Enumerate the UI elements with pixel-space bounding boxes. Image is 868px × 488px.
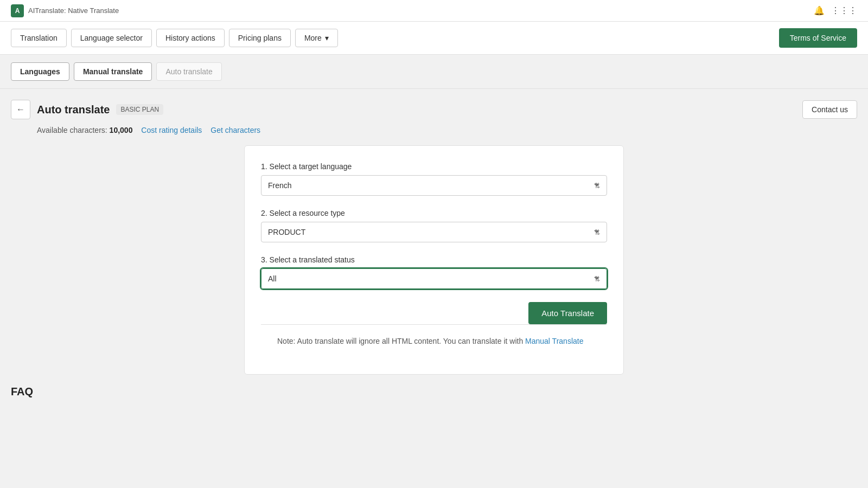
form-group-resource-type: 2. Select a resource type PRODUCT COLLEC… (261, 209, 607, 242)
contact-us-button[interactable]: Contact us (802, 100, 857, 119)
form-group-translated-status: 3. Select a translated status All Transl… (261, 255, 607, 289)
plan-badge: BASIC PLAN (116, 104, 163, 115)
bell-icon[interactable]: 🔔 (814, 5, 825, 16)
chars-info: Available characters: 10,000 Cost rating… (37, 126, 857, 134)
faq-heading: FAQ (11, 386, 857, 398)
subtab-languages[interactable]: Languages (11, 62, 69, 81)
get-characters-link[interactable]: Get characters (210, 126, 260, 134)
section-title: Auto translate (37, 104, 110, 116)
app-icon: A (11, 4, 24, 17)
nav-tabs: Translation Language selector History ac… (11, 29, 338, 47)
section-header: ← Auto translate BASIC PLAN Contact us (11, 100, 857, 119)
cost-rating-link[interactable]: Cost rating details (141, 126, 202, 134)
subtab-manual-translate[interactable]: Manual translate (74, 62, 152, 81)
target-language-select-wrapper: French German Spanish Italian Japanese C… (261, 175, 607, 196)
sub-nav: Languages Manual translate Auto translat… (0, 55, 868, 89)
subtab-auto-translate[interactable]: Auto translate (156, 62, 221, 81)
manual-translate-link[interactable]: Manual Translate (525, 337, 583, 345)
translated-status-label: 3. Select a translated status (261, 255, 607, 264)
form-actions: Auto Translate (261, 302, 607, 324)
top-bar-left: A AITranslate: Native Translate (11, 4, 119, 17)
note-static-text: Note: Auto translate will ignore all HTM… (277, 337, 523, 345)
tab-history-actions[interactable]: History actions (156, 29, 225, 47)
chevron-down-icon: ▾ (325, 34, 329, 42)
translated-status-select[interactable]: All Translated Not Translated (261, 268, 607, 289)
tab-more[interactable]: More ▾ (295, 29, 338, 47)
tab-pricing-plans[interactable]: Pricing plans (229, 29, 291, 47)
top-bar-right: 🔔 ⋮⋮⋮ (814, 5, 857, 16)
chars-count: 10,000 (110, 126, 133, 134)
terms-of-service-button[interactable]: Terms of Service (779, 28, 857, 48)
top-bar: A AITranslate: Native Translate 🔔 ⋮⋮⋮ (0, 0, 868, 22)
note-section: Note: Auto translate will ignore all HTM… (261, 324, 607, 358)
main-nav: Translation Language selector History ac… (0, 22, 868, 55)
section-header-left: ← Auto translate BASIC PLAN (11, 100, 163, 119)
resource-type-label: 2. Select a resource type (261, 209, 607, 217)
auto-translate-form-card: 1. Select a target language French Germa… (244, 145, 624, 375)
resource-type-select[interactable]: PRODUCT COLLECTION PAGE BLOG (261, 222, 607, 242)
tab-translation[interactable]: Translation (11, 29, 67, 47)
chars-label: Available characters: (37, 126, 107, 134)
form-group-target-language: 1. Select a target language French Germa… (261, 162, 607, 196)
resource-type-select-wrapper: PRODUCT COLLECTION PAGE BLOG (261, 222, 607, 242)
tab-language-selector[interactable]: Language selector (71, 29, 152, 47)
menu-icon[interactable]: ⋮⋮⋮ (831, 5, 857, 16)
target-language-select[interactable]: French German Spanish Italian Japanese C… (261, 175, 607, 196)
app-title: AITranslate: Native Translate (28, 7, 119, 15)
back-arrow-icon: ← (16, 105, 25, 114)
translated-status-select-wrapper: All Translated Not Translated (261, 268, 607, 289)
target-language-label: 1. Select a target language (261, 162, 607, 171)
main-content: ← Auto translate BASIC PLAN Contact us A… (0, 89, 868, 409)
back-button[interactable]: ← (11, 100, 30, 119)
note-text: Note: Auto translate will ignore all HTM… (277, 336, 591, 347)
auto-translate-button[interactable]: Auto Translate (528, 302, 607, 324)
